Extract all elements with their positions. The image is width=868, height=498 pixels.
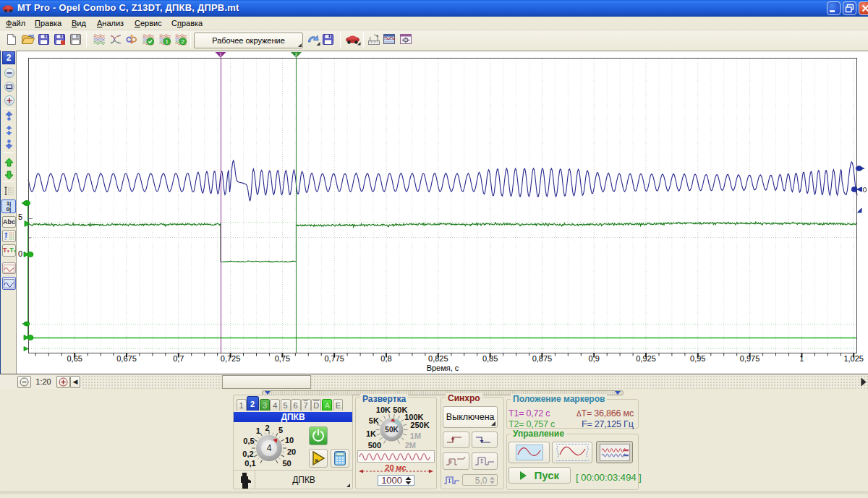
svg-text:4: 4: [267, 443, 272, 453]
svg-text:0,95: 0,95: [690, 354, 705, 363]
svg-text:5: 5: [18, 212, 22, 221]
svg-text:1: 1: [219, 52, 222, 57]
svg-text:0,925: 0,925: [636, 354, 656, 363]
svg-text:0,65: 0,65: [67, 354, 82, 363]
svg-text:Время, с: Время, с: [427, 364, 459, 372]
svg-text:0,75: 0,75: [275, 354, 290, 363]
svg-text:0,825: 0,825: [428, 354, 448, 363]
svg-text:50K: 50K: [385, 426, 399, 434]
svg-text:0,725: 0,725: [221, 354, 241, 363]
svg-text:0,675: 0,675: [116, 354, 137, 363]
svg-text:0,9: 0,9: [589, 354, 600, 363]
svg-text:2: 2: [182, 38, 185, 45]
svg-text:0: 0: [18, 249, 22, 258]
svg-text:1: 1: [799, 354, 804, 363]
svg-text:0,775: 0,775: [324, 354, 344, 363]
svg-text:2: 2: [295, 52, 298, 57]
svg-text:0,85: 0,85: [482, 354, 498, 363]
svg-text:0,875: 0,875: [532, 354, 553, 363]
svg-text:1,025: 1,025: [843, 354, 864, 363]
svg-text:0,8: 0,8: [380, 354, 391, 363]
svg-text:0,975: 0,975: [740, 354, 760, 363]
svg-text:1: 1: [165, 38, 169, 45]
svg-text:0,7: 0,7: [173, 354, 184, 363]
